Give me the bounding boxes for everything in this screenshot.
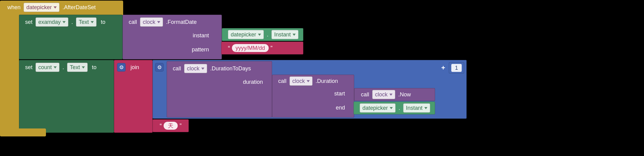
arg-label-start: start — [276, 91, 349, 97]
call-keyword: call — [129, 19, 137, 25]
call-component-dropdown[interactable]: clock — [184, 64, 207, 73]
call-component-dropdown[interactable]: clock — [372, 90, 395, 99]
call-method-label: .FormatDate — [166, 19, 197, 25]
chevron-down-icon — [82, 66, 85, 69]
open-quote: “ — [160, 122, 162, 129]
chevron-down-icon — [293, 34, 296, 36]
statement-row-2: set count . Text to ⚙ join — [19, 60, 467, 133]
math-add-block[interactable]: ⚙ call clock .DurationToDays dura — [153, 60, 467, 119]
dropdown-label: datepicker — [231, 32, 256, 38]
dropdown-label: clock — [143, 19, 155, 25]
set-block-count[interactable]: set count . Text to — [19, 60, 114, 133]
event-spine — [0, 13, 19, 133]
join-label: join — [131, 64, 139, 71]
set-block-examday[interactable]: set examday . Text to — [19, 15, 123, 59]
set-keyword: set — [25, 64, 32, 71]
arg-label-pattern: pattern — [127, 46, 213, 53]
number-value[interactable]: 1 — [451, 64, 462, 72]
gear-icon[interactable]: ⚙ — [117, 63, 126, 72]
dot-label: . — [267, 32, 268, 38]
call-component-dropdown[interactable]: clock — [290, 76, 313, 86]
getter-datepicker-instant-2[interactable]: datepicker . Instant — [354, 102, 435, 114]
to-keyword: to — [101, 19, 105, 25]
chevron-down-icon — [91, 21, 94, 23]
chevron-down-icon — [307, 80, 310, 82]
call-method-label: .Now — [398, 91, 411, 98]
arg-label-end: end — [276, 105, 349, 111]
call-component-dropdown[interactable]: clock — [140, 17, 163, 27]
call-method-label: .DurationToDays — [210, 65, 251, 72]
set-component-dropdown[interactable]: count — [36, 63, 59, 72]
dropdown-label: count — [38, 64, 52, 71]
text-value[interactable]: yyyy/MM/dd — [232, 44, 269, 52]
gear-icon[interactable]: ⚙ — [155, 63, 164, 72]
set-property-dropdown[interactable]: Text — [76, 17, 97, 27]
text-value[interactable]: 天 — [164, 122, 178, 130]
set-keyword: set — [25, 19, 32, 25]
set-component-dropdown[interactable]: examday — [36, 17, 68, 27]
chevron-down-icon — [157, 21, 160, 23]
arg-label-duration: duration — [171, 79, 267, 85]
to-keyword: to — [92, 64, 97, 71]
event-foot — [0, 128, 46, 136]
arg-label-instant: instant — [127, 32, 213, 39]
dropdown-label: Text — [79, 19, 89, 25]
chevron-down-icon — [424, 107, 427, 109]
dot-label: . — [399, 105, 400, 111]
dropdown-label: Instant — [406, 105, 422, 111]
number-literal-block[interactable]: 1 — [449, 62, 464, 73]
chevron-down-icon — [201, 68, 204, 70]
event-component-label: datepicker — [26, 4, 52, 11]
call-keyword: call — [173, 65, 181, 72]
dropdown-label: Text — [70, 64, 80, 71]
when-label: when — [7, 4, 21, 11]
dropdown-label: Instant — [274, 32, 291, 38]
dropdown-label: clock — [375, 91, 388, 98]
chevron-down-icon — [54, 66, 57, 69]
open-quote: “ — [228, 45, 230, 52]
chevron-down-icon — [390, 107, 393, 109]
chevron-down-icon — [389, 94, 392, 96]
getter-component-dropdown[interactable]: datepicker — [228, 30, 264, 39]
text-literal-tian[interactable]: “ 天 ” — [153, 119, 189, 132]
dot-label: . — [63, 64, 64, 71]
statement-row-1: set examday . Text to call clock — [19, 15, 467, 59]
set-property-dropdown[interactable]: Text — [67, 63, 88, 72]
event-component-dropdown[interactable]: datepicker — [24, 3, 59, 12]
dropdown-label: clock — [292, 78, 305, 84]
close-quote: ” — [271, 45, 273, 52]
call-durationtodays-block[interactable]: call clock .DurationToDays duration — [167, 61, 272, 117]
call-now-block[interactable]: call clock .Now — [354, 88, 435, 101]
call-keyword: call — [278, 78, 286, 84]
join-block[interactable]: ⚙ join — [114, 60, 153, 133]
event-method-label: .AfterDateSet — [63, 4, 96, 11]
dropdown-label: examday — [38, 19, 61, 25]
getter-property-dropdown[interactable]: Instant — [271, 30, 298, 39]
getter-datepicker-instant[interactable]: datepicker . Instant — [222, 28, 303, 41]
close-quote: ” — [180, 122, 182, 129]
getter-component-dropdown[interactable]: datepicker — [360, 103, 396, 113]
text-literal-pattern[interactable]: “ yyyy/MM/dd ” — [221, 42, 303, 54]
chevron-down-icon — [54, 6, 57, 9]
dropdown-label: clock — [187, 65, 199, 72]
call-keyword: call — [361, 91, 369, 98]
plus-operator: + — [441, 64, 445, 72]
call-formatdate-block[interactable]: call clock .FormatDate instant pattern — [123, 15, 222, 59]
chevron-down-icon — [258, 34, 261, 36]
dropdown-label: datepicker — [362, 105, 388, 111]
dot-label: . — [71, 19, 73, 25]
getter-property-dropdown[interactable]: Instant — [403, 103, 430, 113]
call-method-label: .Duration — [316, 78, 338, 84]
call-duration-block[interactable]: call clock .Duration start end — [272, 75, 354, 117]
chevron-down-icon — [63, 21, 66, 23]
